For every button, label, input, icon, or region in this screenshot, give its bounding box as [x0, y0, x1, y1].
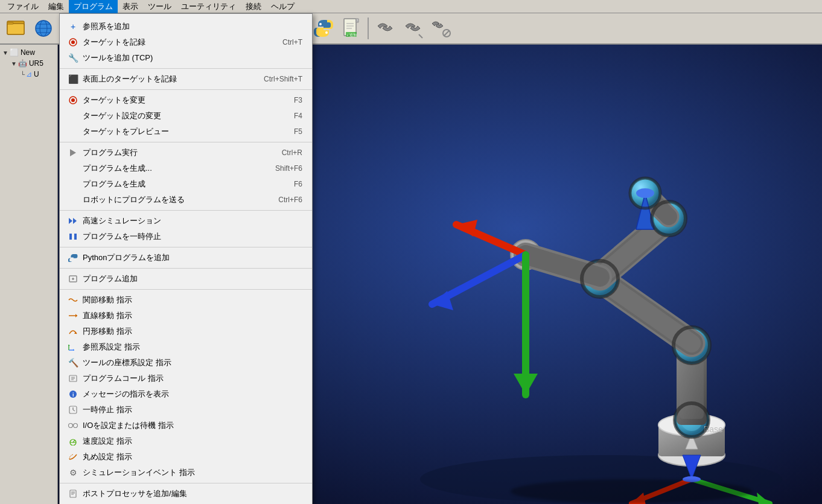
- svg-line-64: [73, 410, 75, 411]
- svg-point-98: [636, 188, 654, 198]
- chain3-button[interactable]: [427, 15, 454, 42]
- menu-send-to-robot[interactable]: ロボットにプログラムを送る Ctrl+F6: [60, 192, 312, 208]
- record-target-label: ターゲットを記録: [83, 37, 258, 48]
- svg-point-40: [71, 98, 75, 102]
- send-to-robot-icon: [67, 195, 79, 205]
- tree-arrow-ur-base: └: [21, 71, 25, 78]
- menu-set-speed[interactable]: 速度設定 指示: [60, 433, 312, 449]
- linear-move-icon: [67, 311, 79, 321]
- joint-move-icon: [67, 295, 79, 305]
- menu-tools[interactable]: ツール: [143, 0, 176, 13]
- generate-program-icon: [67, 164, 79, 173]
- circular-move-label: 円形移動 指示: [83, 326, 278, 337]
- menu-utility[interactable]: ユーティリティ: [176, 0, 241, 13]
- send-to-robot-shortcut: Ctrl+F6: [278, 196, 302, 204]
- tree-item-ur5[interactable]: ▼ 🤖 UR5: [1, 58, 56, 69]
- linear-move-label: 直線移動 指示: [83, 310, 278, 321]
- menu-record-surface-target[interactable]: ⬛ 表面上のターゲットを記録 Ctrl+Shift+T: [60, 71, 312, 87]
- menu-fast-sim[interactable]: 高速シミュレーション: [60, 213, 312, 229]
- preview-target-shortcut: F5: [294, 127, 302, 136]
- menu-pause-program[interactable]: プログラムを一時停止: [60, 229, 312, 244]
- menu-modify-target[interactable]: ターゲットを変更 F3: [60, 92, 312, 108]
- call-program-label: プログラムコール 指示: [83, 373, 278, 384]
- add-tool-label: ツールを追加 (TCP): [83, 53, 278, 63]
- menu-stop-temp[interactable]: 一時停止 指示: [60, 402, 312, 418]
- add-postprocessor-label: ポストプロセッサを追加/編集: [83, 488, 278, 499]
- menu-generate-program[interactable]: プログラムを生成... Shift+F6: [60, 161, 312, 176]
- modify-target-settings-shortcut: F4: [294, 112, 302, 120]
- separator-6: [368, 18, 369, 39]
- menu-add-frame[interactable]: + 参照系を追加: [60, 19, 312, 34]
- svg-rect-71: [70, 490, 76, 497]
- svg-rect-45: [74, 234, 77, 240]
- tree-label-ur5: UR5: [29, 59, 43, 68]
- show-message-icon: i: [67, 389, 79, 399]
- record-target-shortcut: Ctrl+T: [282, 38, 302, 46]
- set-frame-label: 参照系設定 指示: [83, 342, 278, 352]
- menu-add-postprocessor[interactable]: ポストプロセッサを追加/編集: [60, 486, 312, 502]
- python-button[interactable]: [310, 15, 337, 42]
- document-button[interactable]: + 追加: [338, 15, 365, 42]
- chain2-button[interactable]: [400, 15, 426, 42]
- tree-arrow-new-station: ▼: [2, 49, 8, 56]
- menu-circular-move[interactable]: 円形移動 指示: [60, 324, 312, 339]
- menu-show-message[interactable]: i メッセージの指示を表示: [60, 386, 312, 402]
- fast-sim-icon: [67, 216, 79, 226]
- set-io-icon: [67, 421, 79, 430]
- set-speed-label: 速度設定 指示: [83, 436, 278, 447]
- pause-program-label: プログラムを一時停止: [83, 231, 278, 242]
- send-to-robot-label: ロボットにプログラムを送る: [83, 194, 254, 205]
- set-speed-icon: [67, 436, 79, 446]
- chain1-button[interactable]: [372, 15, 398, 42]
- generate-program2-icon: [67, 179, 79, 189]
- menu-edit[interactable]: 編集: [43, 0, 69, 13]
- menu-linear-move[interactable]: 直線移動 指示: [60, 308, 312, 324]
- menu-add-python[interactable]: Pythonプログラムを追加: [60, 250, 312, 266]
- menu-set-io[interactable]: I/Oを設定または待機 指示: [60, 418, 312, 433]
- menu-generate-program2[interactable]: プログラムを生成 F6: [60, 176, 312, 192]
- stop-temp-label: 一時停止 指示: [83, 404, 278, 415]
- globe-button[interactable]: [30, 15, 57, 42]
- menu-modify-target-settings[interactable]: ターゲット設定の変更 F4: [60, 108, 312, 124]
- svg-line-34: [419, 34, 422, 38]
- menu-set-frame[interactable]: 参照系設定 指示: [60, 339, 312, 355]
- menu-program[interactable]: プログラム: [69, 0, 118, 13]
- menu-preview-target[interactable]: ターゲットをプレビュー F5: [60, 124, 312, 139]
- menu-set-blend[interactable]: 丸め設定 指示: [60, 449, 312, 465]
- menu-view[interactable]: 表示: [118, 0, 143, 13]
- menu-run-program[interactable]: プログラム実行 Ctrl+R: [60, 145, 312, 161]
- set-tool-frame-label: ツールの座標系設定 指示: [83, 357, 278, 368]
- file-button[interactable]: [2, 15, 29, 42]
- tree-item-ur-base[interactable]: └ ⊿ U: [1, 69, 56, 80]
- menu-joint-move[interactable]: 関節移動 指示: [60, 292, 312, 308]
- menu-add-tool-tcp[interactable]: 🔧 ツールを追加 (TCP): [60, 50, 312, 66]
- pause-program-icon: [67, 232, 79, 241]
- menu-sim-event[interactable]: ⚙ シミュレーションイベント 指示: [60, 465, 312, 480]
- add-python-icon: [67, 253, 79, 263]
- program-dropdown-menu: + 参照系を追加 ターゲットを記録 Ctrl+T 🔧 ツールを追加 (TCP) …: [59, 13, 313, 504]
- add-python-label: Pythonプログラムを追加: [83, 252, 278, 263]
- run-program-shortcut: Ctrl+R: [282, 148, 302, 157]
- menu-connect[interactable]: 接続: [241, 0, 266, 13]
- set-blend-icon: [67, 452, 79, 462]
- preview-target-label: ターゲットをプレビュー: [83, 126, 270, 137]
- generate-program-shortcut: Shift+F6: [275, 164, 302, 173]
- modify-target-settings-icon: [67, 111, 79, 121]
- svg-point-38: [71, 40, 75, 44]
- menu-record-target[interactable]: ターゲットを記録 Ctrl+T: [60, 34, 312, 50]
- svg-rect-1: [7, 24, 24, 34]
- tree-item-new-station[interactable]: ▼ ⬜ New: [1, 47, 56, 58]
- svg-marker-43: [73, 218, 77, 224]
- show-message-label: メッセージの指示を表示: [83, 389, 278, 400]
- robot-icon: 🤖: [18, 59, 27, 68]
- station-icon: ⬜: [10, 48, 19, 57]
- menu-file[interactable]: ファイル: [2, 0, 43, 13]
- menu-add-program[interactable]: プログラム追加: [60, 271, 312, 287]
- fast-sim-label: 高速シミュレーション: [83, 215, 278, 226]
- menu-help[interactable]: ヘルプ: [266, 0, 299, 13]
- dropdown-section-python: Pythonプログラムを追加: [60, 247, 312, 269]
- menu-call-program[interactable]: プログラムコール 指示: [60, 371, 312, 386]
- add-frame-label: 参照系を追加: [83, 21, 278, 32]
- menu-set-tool-frame[interactable]: 🔨 ツールの座標系設定 指示: [60, 355, 312, 371]
- preview-target-icon: [67, 127, 79, 136]
